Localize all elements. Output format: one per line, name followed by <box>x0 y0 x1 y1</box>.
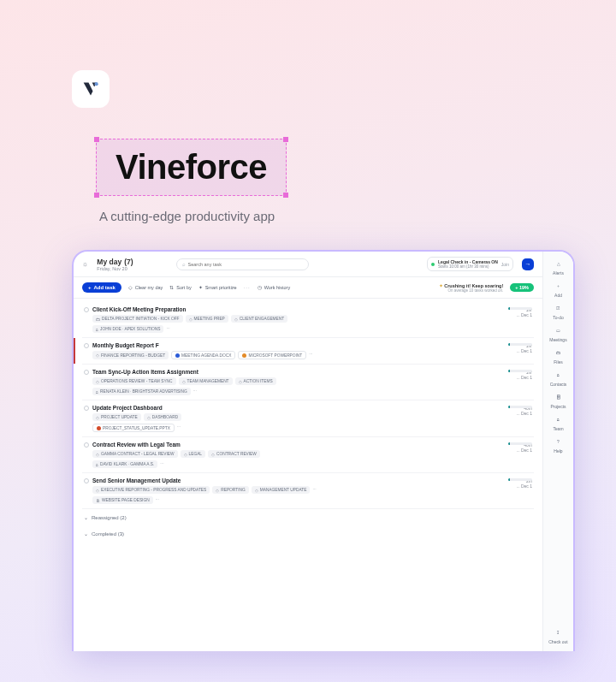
help-icon: ? <box>554 436 564 447</box>
task-person[interactable]: ⩍JOHN DOE · APEX SOLUTIONS <box>92 325 163 333</box>
brand-logo <box>72 70 110 108</box>
sidebar-item-alerts[interactable]: △Alerts <box>553 257 564 277</box>
sidebar-label: Alerts <box>553 270 564 276</box>
chevron-icon: ⌄ <box>84 531 88 537</box>
files-icon: 🗀 <box>554 347 564 358</box>
sidebar-item-meetings[interactable]: ▭Meetings <box>549 323 566 344</box>
clear-day-button[interactable]: ◇ Clear my day <box>128 285 163 290</box>
status-join[interactable]: Join <box>501 262 509 267</box>
task-more-icon[interactable]: ··· <box>160 460 163 468</box>
task-title: Contract Review with Legal Team <box>92 442 517 448</box>
task-title: Update Project Dashboard <box>92 405 517 411</box>
toolbar-more-icon[interactable]: ··· <box>244 285 251 290</box>
day-title: My day <box>97 258 121 266</box>
task-radio[interactable] <box>84 442 89 448</box>
sidebar-item-checkout[interactable]: ↧Check out <box>548 626 568 646</box>
task-tag[interactable]: ◇GAMMA CONTRACT - LEGAL REVIEW <box>92 450 178 458</box>
percent-label: + 19% <box>515 285 529 290</box>
task-more-icon[interactable]: ··· <box>177 424 181 432</box>
sidebar-label: Help <box>554 448 562 454</box>
task-due: ... Dec 1 <box>512 448 532 453</box>
task-row[interactable]: Team Sync-Up Action Items Assignment 1hr… <box>82 365 534 400</box>
task-person[interactable]: ⩍RENATA KLEIN · BRIGHTSTAR ADVERTISING <box>92 388 191 395</box>
task-row[interactable]: Send Senior Management Update 2m ◇EXECUT… <box>82 473 534 509</box>
topbar: ☼ My day (7) Friday, Nov 20 ⌕ Legal Chec… <box>74 252 542 277</box>
sidebar-item-team[interactable]: ⩍Team <box>553 412 563 433</box>
task-progress <box>508 370 532 372</box>
task-tag[interactable]: 🗎WEBSITE PAGE DESIGN <box>92 496 153 504</box>
task-tag[interactable]: ◇REPORTING <box>212 486 248 494</box>
task-tag[interactable]: ◇MANAGEMENT UPDATE <box>252 486 311 494</box>
task-tag[interactable]: ◇OPERATIONS REVIEW - TEAM SYNC <box>92 377 176 385</box>
task-radio[interactable] <box>84 370 89 375</box>
meetings-icon: ▭ <box>553 325 563 335</box>
sidebar-label: Check out <box>548 639 568 644</box>
sidebar-item-files[interactable]: 🗀Files <box>554 346 564 366</box>
sort-button[interactable]: ⇅ Sort by <box>169 285 191 290</box>
sidebar-item-projects[interactable]: 🗄Projects <box>550 390 566 411</box>
task-tag[interactable]: ◇EXECUTIVE REPORTING - PROGRESS AND UPDA… <box>92 486 210 494</box>
crushing-banner: ✦ Crushing it! Keep soaring! On average … <box>439 283 504 293</box>
task-tag[interactable]: ◇ACTION ITEMS <box>235 377 276 385</box>
section-reassigned[interactable]: ⌄Reassigned (2) <box>82 509 534 525</box>
smart-prioritize-button[interactable]: ✦ Smart prioritize <box>198 285 237 290</box>
task-due: ... Dec 1 <box>512 483 532 489</box>
task-title: Send Senior Management Update <box>92 477 517 483</box>
forward-button[interactable]: → <box>522 258 534 270</box>
sidebar-label: Projects <box>550 404 566 409</box>
task-file-chip[interactable]: MEETING AGENDA.DOCX <box>171 351 235 359</box>
search-input[interactable] <box>188 262 303 267</box>
task-tag[interactable]: ◇MEETING PREP <box>186 315 228 323</box>
task-tag[interactable]: ◇TEAM MANAGEMENT <box>179 377 233 385</box>
brand-title: Vineforce <box>116 148 267 187</box>
status-chip[interactable]: Legal Check in - Cameras ON Starts 10:00… <box>427 257 513 271</box>
task-more-icon[interactable]: ··· <box>156 496 159 504</box>
spark-icon: ✦ <box>198 285 203 290</box>
task-radio[interactable] <box>84 406 89 411</box>
sidebar-item-contacts[interactable]: ⩍Contacts <box>550 368 567 388</box>
crush-text: Crushing it! Keep soaring! <box>444 283 503 288</box>
task-radio[interactable] <box>84 478 89 483</box>
sidebar-item-to-do[interactable]: ☑To-do <box>553 301 564 322</box>
task-due: ... Dec 1 <box>512 312 532 317</box>
sun-icon: ☼ <box>82 260 88 268</box>
task-tag[interactable]: ◇CLIENT ENGAGEMENT <box>231 315 287 323</box>
task-more-icon[interactable]: ··· <box>166 325 169 333</box>
sidebar-item-help[interactable]: ?Help <box>554 435 564 455</box>
sidebar-label: Add <box>554 293 562 298</box>
task-row[interactable]: Contract Review with Legal Team 40m ◇GAM… <box>82 437 534 473</box>
task-tag[interactable]: 🗀DELTA PROJECT INITIATION - KICK OFF <box>92 315 183 323</box>
task-person[interactable]: ⩍DAVID KLARK · GAMMA A.S. <box>92 460 157 468</box>
task-row[interactable]: Update Project Dashboard 40m ◇PROJECT UP… <box>82 400 534 437</box>
task-due: ... Dec 1 <box>512 348 532 353</box>
task-tag[interactable]: ◇LEGAL <box>181 450 205 458</box>
task-tag[interactable]: ◇DASHBOARD <box>144 413 181 421</box>
task-row[interactable]: Monthly Budget Report F 1hr ◇FINANCE REP… <box>82 338 534 365</box>
task-tag[interactable]: ◇FINANCE REPORTING - BUDGET <box>92 351 169 359</box>
task-file-chip[interactable]: MICROSOFT POWERPOINT <box>238 351 306 359</box>
work-history-button[interactable]: ◷ Work history <box>258 285 290 290</box>
to-do-icon: ☑ <box>553 303 563 313</box>
projects-icon: 🗄 <box>554 392 564 402</box>
clear-label: Clear my day <box>135 285 163 290</box>
sidebar-item-add[interactable]: ＋Add <box>554 279 564 299</box>
add-task-button[interactable]: + Add task <box>82 282 121 293</box>
task-radio[interactable] <box>84 343 89 348</box>
task-radio[interactable] <box>84 307 89 312</box>
percent-pill[interactable]: + 19% <box>510 283 534 292</box>
task-more-icon[interactable]: ··· <box>309 351 312 359</box>
history-label: Work history <box>264 285 290 290</box>
task-file-chip[interactable]: PROJECT_STATUS_UPDATE.PPTX <box>92 424 175 432</box>
section-completed[interactable]: ⌄Completed (3) <box>82 525 534 542</box>
task-tag[interactable]: ◇CONTRACT REVIEW <box>208 450 260 458</box>
svg-point-0 <box>95 82 98 86</box>
task-more-icon[interactable]: ··· <box>193 388 197 395</box>
task-progress <box>508 343 532 346</box>
task-tag[interactable]: ◇PROJECT UPDATE <box>92 413 141 421</box>
task-due: ... Dec 1 <box>512 411 532 416</box>
brand-subtitle: A cutting-edge productivity app <box>99 209 275 223</box>
task-more-icon[interactable]: ··· <box>312 486 316 494</box>
task-row[interactable]: Client Kick-Off Meeting Preparation 1hr … <box>82 302 534 338</box>
search-box[interactable]: ⌕ <box>176 258 309 270</box>
task-title: Team Sync-Up Action Items Assignment <box>92 369 517 375</box>
